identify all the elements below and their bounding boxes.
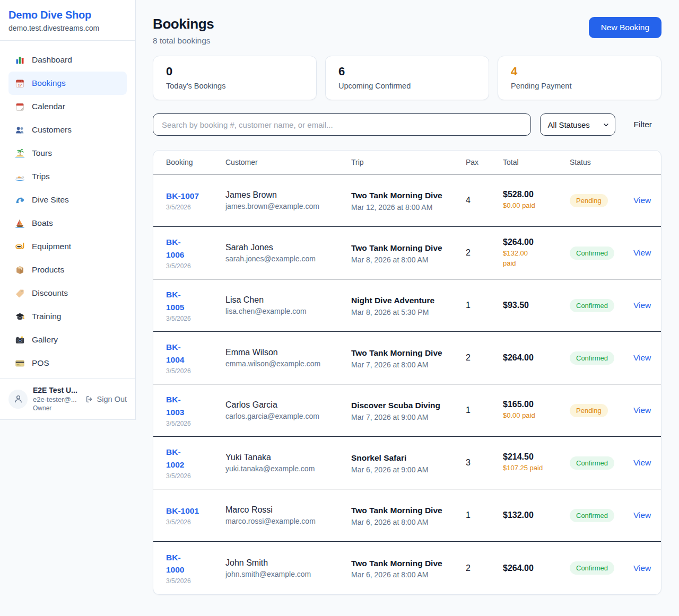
page-header: Bookings 8 total bookings New Booking — [153, 16, 661, 46]
user-meta: E2E Test U... e2e-tester@... Owner — [33, 386, 80, 412]
products-icon — [15, 265, 25, 275]
trip-datetime: Mar 6, 2026 at 9:00 AM — [351, 465, 462, 474]
sign-out-button[interactable]: Sign Out — [85, 395, 127, 403]
booking-link[interactable]: BK-1002 — [166, 446, 188, 471]
new-booking-button[interactable]: New Booking — [589, 17, 661, 38]
total-amount: $528.00 — [503, 190, 565, 199]
app-root: Demo Dive Shop demo.test.divestreams.com… — [0, 0, 679, 616]
table-row: BK-1000 3/5/2026 John Smith john.smith@e… — [153, 542, 661, 594]
trip-name: Discover Scuba Diving — [351, 399, 442, 411]
booking-date: 3/5/2026 — [166, 577, 221, 585]
sidebar-item-discounts[interactable]: Discounts — [8, 281, 127, 305]
total-amount: $132.00 — [503, 511, 565, 520]
booking-link[interactable]: BK-1000 — [166, 551, 188, 576]
stat-label: Pending Payment — [511, 82, 648, 90]
status-badge: Confirmed — [570, 561, 614, 575]
pax-value: 1 — [466, 511, 503, 520]
table-row: BK-1003 3/5/2026 Carlos Garcia carlos.ga… — [153, 384, 661, 437]
avatar — [8, 390, 28, 409]
column-header-booking: Booking — [166, 158, 225, 166]
amount-paid: $0.00 paid — [503, 201, 565, 210]
booking-date: 3/5/2026 — [166, 472, 221, 480]
bookings-icon — [15, 78, 25, 89]
customer-name: Emma Wilson — [225, 348, 347, 357]
booking-link[interactable]: BK-1006 — [166, 236, 188, 261]
user-name: E2E Test U... — [33, 386, 80, 394]
table-header-row: BookingCustomerTripPaxTotalStatus — [153, 151, 661, 174]
customer-email: lisa.chen@example.com — [225, 307, 347, 315]
amount-paid: $107.25 paid — [503, 463, 565, 473]
booking-link[interactable]: BK-1003 — [166, 393, 188, 418]
column-header-status: Status — [570, 158, 633, 166]
trip-datetime: Mar 12, 2026 at 8:00 AM — [351, 203, 462, 212]
booking-link[interactable]: BK-1004 — [166, 341, 188, 366]
brand-block: Demo Dive Shop demo.test.divestreams.com — [0, 0, 135, 41]
sidebar-item-bookings[interactable]: Bookings — [8, 72, 127, 95]
booking-link[interactable]: BK-1007 — [166, 190, 199, 202]
view-link[interactable]: View — [633, 406, 651, 415]
sidebar-item-dashboard[interactable]: Dashboard — [8, 48, 127, 72]
sidebar-item-tours[interactable]: Tours — [8, 142, 127, 165]
status-badge: Confirmed — [570, 456, 614, 470]
booking-date: 3/5/2026 — [166, 420, 221, 427]
search-input[interactable] — [153, 113, 531, 136]
sidebar-item-gallery[interactable]: Gallery — [8, 328, 127, 351]
view-link[interactable]: View — [633, 458, 651, 467]
training-icon — [15, 312, 25, 322]
status-filter-value: All Statuses — [548, 120, 590, 129]
booking-link[interactable]: BK-1005 — [166, 288, 188, 313]
trip-datetime: Mar 8, 2026 at 5:30 PM — [351, 308, 462, 316]
sidebar-item-pos[interactable]: POS — [8, 351, 127, 375]
total-amount: $214.50 — [503, 452, 565, 462]
pax-value: 2 — [466, 248, 503, 258]
trip-name: Night Dive Adventure — [351, 294, 442, 306]
brand-domain: demo.test.divestreams.com — [8, 24, 127, 32]
customer-name: James Brown — [225, 190, 347, 200]
customer-email: marco.rossi@example.com — [225, 517, 347, 525]
trip-datetime: Mar 6, 2026 at 8:00 AM — [351, 518, 462, 526]
pax-value: 2 — [466, 564, 503, 573]
user-box: E2E Test U... e2e-tester@... Owner Sign … — [0, 378, 135, 419]
log-out-icon — [85, 395, 94, 403]
view-link[interactable]: View — [633, 196, 651, 205]
view-link[interactable]: View — [633, 564, 651, 573]
customer-email: sarah.jones@example.com — [225, 254, 347, 263]
status-filter-select[interactable]: All Statuses — [540, 113, 615, 136]
view-link[interactable]: View — [633, 511, 651, 520]
view-link[interactable]: View — [633, 301, 651, 310]
status-badge: Pending — [570, 194, 608, 207]
sign-out-label: Sign Out — [97, 395, 127, 403]
booking-link[interactable]: BK-1001 — [166, 505, 199, 517]
sidebar-item-boats[interactable]: Boats — [8, 212, 127, 235]
stat-label: Upcoming Confirmed — [338, 82, 476, 90]
sidebar-item-equipment[interactable]: Equipment — [8, 235, 127, 258]
pos-icon — [15, 358, 25, 368]
customer-name: Lisa Chen — [225, 295, 347, 305]
view-link[interactable]: View — [633, 353, 651, 362]
column-header-trip: Trip — [351, 158, 466, 166]
trip-name: Two Tank Morning Dive — [351, 557, 442, 569]
brand-name[interactable]: Demo Dive Shop — [8, 9, 127, 21]
view-link[interactable]: View — [633, 248, 651, 257]
status-badge: Pending — [570, 404, 608, 417]
table-row: BK-1006 3/5/2026 Sarah Jones sarah.jones… — [153, 227, 661, 279]
main-content: Bookings 8 total bookings New Booking 0 … — [136, 0, 679, 611]
equipment-icon — [15, 242, 25, 252]
customer-email: james.brown@example.com — [225, 202, 347, 210]
amount-paid: $132.00 paid — [503, 249, 536, 268]
total-amount: $93.50 — [503, 301, 565, 310]
sidebar-item-dive-sites[interactable]: Dive Sites — [8, 188, 127, 212]
customer-name: Marco Rossi — [225, 505, 347, 515]
booking-date: 3/5/2026 — [166, 204, 221, 211]
user-email: e2e-tester@... — [33, 395, 80, 403]
sidebar-item-calendar[interactable]: Calendar — [8, 95, 127, 118]
sidebar-item-products[interactable]: Products — [8, 258, 127, 281]
total-amount: $264.00 — [503, 353, 565, 363]
user-icon — [13, 394, 23, 404]
sidebar-item-trips[interactable]: Trips — [8, 165, 127, 188]
sidebar-item-training[interactable]: Training — [8, 305, 127, 328]
sidebar-item-customers[interactable]: Customers — [8, 118, 127, 142]
status-badge: Confirmed — [570, 509, 614, 522]
gallery-icon — [15, 335, 25, 345]
filter-button[interactable]: Filter — [624, 120, 661, 129]
